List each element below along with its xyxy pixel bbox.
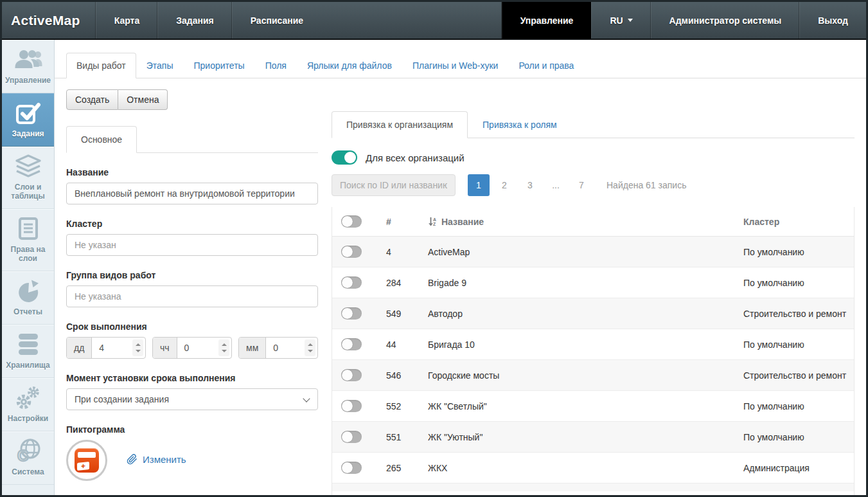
row-id: 549 (386, 309, 428, 319)
table-row[interactable]: 44 Бригада 10 По умолчанию (332, 329, 854, 360)
toggle-knob (344, 152, 356, 163)
page-button-ellipsis[interactable]: ... (545, 174, 567, 196)
table-row-partial (332, 483, 854, 491)
toggle-knob (342, 277, 353, 288)
tab-plugins-webhooks[interactable]: Плагины и Web-хуки (402, 53, 508, 78)
sidebar-item-label: Настройки (8, 414, 48, 423)
sidebar-item-settings[interactable]: Настройки (2, 378, 54, 431)
nav-spacer (321, 2, 502, 39)
moment-select[interactable]: При создании задания (66, 388, 318, 410)
nav-item-tasks[interactable]: Задания (157, 2, 231, 39)
column-header-name-label: Название (441, 217, 484, 227)
page-button-3[interactable]: 3 (519, 174, 541, 196)
tab-general[interactable]: Основное (66, 126, 137, 153)
tab-roles-rights[interactable]: Роли и права (508, 53, 584, 78)
stepper-up-icon[interactable] (222, 343, 227, 346)
sidebar-item-storage[interactable]: Хранилища (2, 325, 54, 378)
row-toggle[interactable] (341, 276, 362, 289)
row-toggle[interactable] (341, 462, 362, 474)
icon-band (78, 452, 96, 458)
nav-item-management[interactable]: Управление (502, 2, 592, 39)
table-row[interactable]: 546 Городские мосты Строительство и ремо… (332, 360, 854, 391)
sidebar-item-layer-rights[interactable]: Права на слои (2, 209, 54, 271)
table-row[interactable]: 549 Автодор Строительство и ремонт (332, 298, 854, 329)
stepper-down-icon[interactable] (308, 350, 313, 352)
top-navbar: ActiveMap Карта Задания Расписание Управ… (2, 2, 866, 40)
row-name: Городские мосты (428, 370, 743, 381)
page-button-2[interactable]: 2 (493, 174, 515, 196)
name-input[interactable]: Внеплановый ремонт на внутридомовой терр… (66, 183, 318, 204)
pictogram-label: Пиктограмма (66, 424, 318, 435)
tab-org-binding[interactable]: Привязка к организациям (332, 111, 468, 138)
sidebar-item-label: Управление (5, 76, 51, 85)
svg-text:C: C (17, 447, 28, 464)
tab-fields[interactable]: Поля (255, 53, 297, 78)
row-name: Бригада 10 (428, 339, 743, 350)
document-icon (17, 216, 40, 242)
caret-down-icon (628, 19, 633, 22)
tab-role-binding[interactable]: Привязка к ролям (468, 111, 572, 138)
tab-work-types[interactable]: Виды работ (66, 53, 136, 78)
stepper-up-icon[interactable] (308, 343, 313, 346)
row-cluster: Строительство и ремонт (743, 370, 854, 381)
search-input[interactable] (332, 174, 456, 196)
cluster-input[interactable]: Не указан (66, 234, 318, 256)
sidebar-item-label: Отчеты (13, 307, 42, 316)
table-row[interactable]: 551 ЖК "Уютный" По умолчанию (332, 422, 854, 453)
nav-item-admin-user[interactable]: Администратор системы (651, 2, 800, 39)
nav-item-logout[interactable]: Выход (799, 2, 866, 39)
row-toggle[interactable] (341, 338, 362, 350)
stepper-up-icon[interactable] (136, 343, 141, 346)
days-input[interactable]: 4 (92, 338, 132, 358)
row-toggle[interactable] (341, 369, 362, 381)
bindings-panel: Привязка к организациям Привязка к ролям… (332, 78, 855, 495)
toggle-knob (342, 339, 353, 350)
hours-stepper[interactable] (218, 339, 229, 356)
row-toggle[interactable] (341, 307, 362, 320)
row-toggle[interactable] (341, 400, 362, 412)
page-button-7[interactable]: 7 (571, 174, 592, 196)
table-row[interactable]: 284 Brigade 9 По умолчанию (332, 267, 854, 298)
nav-item-map[interactable]: Карта (96, 2, 158, 39)
change-pictogram-link[interactable]: Изменить (127, 454, 186, 465)
stepper-down-icon[interactable] (136, 350, 141, 352)
group-input[interactable]: Не указана (66, 285, 318, 307)
tab-stages[interactable]: Этапы (136, 53, 184, 78)
table-row[interactable]: 552 ЖК "Светлый" По умолчанию (332, 391, 854, 422)
tab-priorities[interactable]: Приоритеты (184, 53, 255, 78)
sidebar-item-system[interactable]: C Система (2, 431, 54, 485)
row-toggle[interactable] (341, 431, 362, 443)
row-toggle[interactable] (341, 246, 362, 258)
table-row[interactable]: 265 ЖКХ Администрация (332, 453, 854, 483)
sidebar-item-reports[interactable]: Отчеты (2, 271, 54, 325)
header-toggle[interactable] (341, 215, 362, 228)
hours-input[interactable]: 0 (177, 338, 218, 358)
column-header-name[interactable]: A Z Название (428, 217, 743, 227)
stepper-down-icon[interactable] (222, 350, 227, 352)
deadline-fields: дд 4 чч 0 (66, 337, 318, 359)
sidebar-item-management[interactable]: Управление (2, 40, 54, 93)
sidebar-item-tasks[interactable]: Задания (2, 93, 54, 147)
create-button[interactable]: Создать (66, 89, 118, 110)
all-organizations-toggle[interactable] (332, 150, 357, 165)
sidebar-item-layers[interactable]: Слои и таблицы (2, 147, 54, 209)
pagination: 1 2 3 ... 7 (468, 174, 596, 196)
cancel-button[interactable]: Отмена (118, 89, 168, 110)
language-label: RU (610, 15, 623, 26)
minutes-input[interactable]: 0 (266, 338, 305, 358)
language-dropdown[interactable]: RU (591, 2, 650, 39)
row-cluster: Администрация (743, 463, 854, 473)
tab-file-labels[interactable]: Ярлыки для файлов (297, 53, 402, 78)
nav-item-schedule[interactable]: Расписание (232, 2, 321, 39)
table-row[interactable]: 4 ActiveMap По умолчанию (332, 237, 854, 267)
row-name: ActiveMap (428, 247, 743, 257)
deadline-minutes-group: мм 0 (238, 337, 318, 359)
days-stepper[interactable] (132, 339, 143, 356)
minutes-stepper[interactable] (305, 339, 315, 356)
row-cluster: По умолчанию (743, 247, 854, 257)
toggle-knob (342, 370, 353, 381)
sort-az-icon: A Z (428, 217, 438, 226)
toggle-knob (342, 216, 353, 227)
row-cluster: По умолчанию (743, 401, 854, 411)
page-button-1[interactable]: 1 (468, 174, 490, 196)
